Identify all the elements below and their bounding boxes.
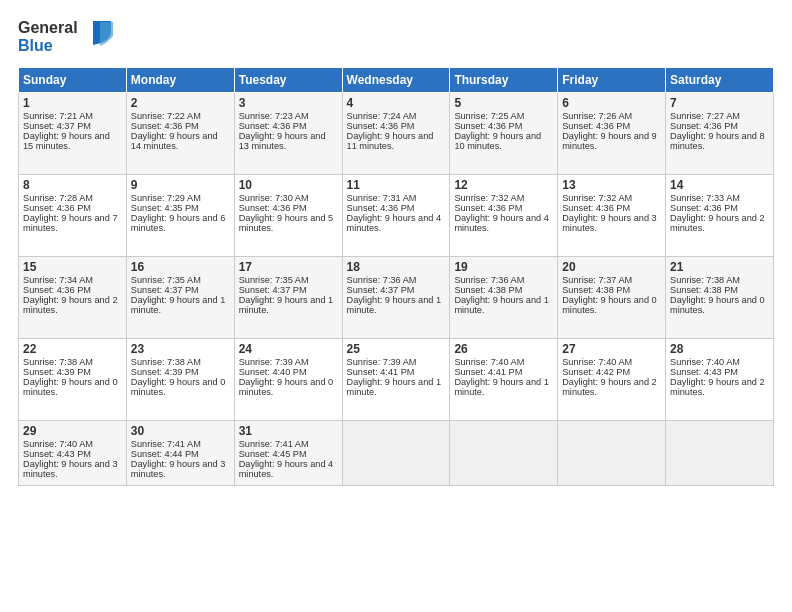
table-row bbox=[558, 421, 666, 486]
daylight-text: Daylight: 9 hours and 6 minutes. bbox=[131, 213, 226, 233]
day-number: 10 bbox=[239, 178, 338, 192]
sunrise-text: Sunrise: 7:38 AM bbox=[131, 357, 201, 367]
sunset-text: Sunset: 4:36 PM bbox=[347, 203, 415, 213]
sunrise-text: Sunrise: 7:35 AM bbox=[131, 275, 201, 285]
table-row: 30Sunrise: 7:41 AMSunset: 4:44 PMDayligh… bbox=[126, 421, 234, 486]
col-friday: Friday bbox=[558, 68, 666, 93]
sunset-text: Sunset: 4:43 PM bbox=[23, 449, 91, 459]
daylight-text: Daylight: 9 hours and 1 minute. bbox=[454, 295, 549, 315]
daylight-text: Daylight: 9 hours and 13 minutes. bbox=[239, 131, 326, 151]
sunrise-text: Sunrise: 7:39 AM bbox=[347, 357, 417, 367]
table-row: 2Sunrise: 7:22 AMSunset: 4:36 PMDaylight… bbox=[126, 93, 234, 175]
day-number: 13 bbox=[562, 178, 661, 192]
table-row: 24Sunrise: 7:39 AMSunset: 4:40 PMDayligh… bbox=[234, 339, 342, 421]
sunrise-text: Sunrise: 7:31 AM bbox=[347, 193, 417, 203]
table-row: 10Sunrise: 7:30 AMSunset: 4:36 PMDayligh… bbox=[234, 175, 342, 257]
sunrise-text: Sunrise: 7:32 AM bbox=[562, 193, 632, 203]
sunset-text: Sunset: 4:36 PM bbox=[562, 121, 630, 131]
sunset-text: Sunset: 4:41 PM bbox=[347, 367, 415, 377]
day-number: 25 bbox=[347, 342, 446, 356]
sunset-text: Sunset: 4:38 PM bbox=[670, 285, 738, 295]
daylight-text: Daylight: 9 hours and 7 minutes. bbox=[23, 213, 118, 233]
daylight-text: Daylight: 9 hours and 15 minutes. bbox=[23, 131, 110, 151]
table-row: 25Sunrise: 7:39 AMSunset: 4:41 PMDayligh… bbox=[342, 339, 450, 421]
table-row bbox=[450, 421, 558, 486]
sunrise-text: Sunrise: 7:23 AM bbox=[239, 111, 309, 121]
sunset-text: Sunset: 4:36 PM bbox=[454, 203, 522, 213]
day-number: 18 bbox=[347, 260, 446, 274]
logo-text: General Blue bbox=[18, 15, 123, 59]
table-row: 26Sunrise: 7:40 AMSunset: 4:41 PMDayligh… bbox=[450, 339, 558, 421]
day-number: 24 bbox=[239, 342, 338, 356]
day-number: 22 bbox=[23, 342, 122, 356]
sunrise-text: Sunrise: 7:26 AM bbox=[562, 111, 632, 121]
sunrise-text: Sunrise: 7:28 AM bbox=[23, 193, 93, 203]
day-number: 14 bbox=[670, 178, 769, 192]
daylight-text: Daylight: 9 hours and 2 minutes. bbox=[562, 377, 657, 397]
sunset-text: Sunset: 4:40 PM bbox=[239, 367, 307, 377]
sunrise-text: Sunrise: 7:27 AM bbox=[670, 111, 740, 121]
sunrise-text: Sunrise: 7:38 AM bbox=[23, 357, 93, 367]
table-row: 15Sunrise: 7:34 AMSunset: 4:36 PMDayligh… bbox=[19, 257, 127, 339]
sunrise-text: Sunrise: 7:40 AM bbox=[670, 357, 740, 367]
day-number: 23 bbox=[131, 342, 230, 356]
svg-text:Blue: Blue bbox=[18, 37, 53, 54]
daylight-text: Daylight: 9 hours and 4 minutes. bbox=[454, 213, 549, 233]
sunrise-text: Sunrise: 7:35 AM bbox=[239, 275, 309, 285]
daylight-text: Daylight: 9 hours and 3 minutes. bbox=[131, 459, 226, 479]
day-number: 15 bbox=[23, 260, 122, 274]
day-number: 19 bbox=[454, 260, 553, 274]
daylight-text: Daylight: 9 hours and 9 minutes. bbox=[562, 131, 657, 151]
table-row: 8Sunrise: 7:28 AMSunset: 4:36 PMDaylight… bbox=[19, 175, 127, 257]
day-number: 20 bbox=[562, 260, 661, 274]
daylight-text: Daylight: 9 hours and 0 minutes. bbox=[131, 377, 226, 397]
table-row: 1Sunrise: 7:21 AMSunset: 4:37 PMDaylight… bbox=[19, 93, 127, 175]
header: General Blue bbox=[18, 15, 774, 59]
day-number: 7 bbox=[670, 96, 769, 110]
daylight-text: Daylight: 9 hours and 8 minutes. bbox=[670, 131, 765, 151]
day-number: 17 bbox=[239, 260, 338, 274]
col-wednesday: Wednesday bbox=[342, 68, 450, 93]
sunrise-text: Sunrise: 7:34 AM bbox=[23, 275, 93, 285]
table-row: 23Sunrise: 7:38 AMSunset: 4:39 PMDayligh… bbox=[126, 339, 234, 421]
daylight-text: Daylight: 9 hours and 3 minutes. bbox=[23, 459, 118, 479]
sunrise-text: Sunrise: 7:25 AM bbox=[454, 111, 524, 121]
daylight-text: Daylight: 9 hours and 5 minutes. bbox=[239, 213, 334, 233]
sunrise-text: Sunrise: 7:39 AM bbox=[239, 357, 309, 367]
sunrise-text: Sunrise: 7:40 AM bbox=[23, 439, 93, 449]
sunrise-text: Sunrise: 7:33 AM bbox=[670, 193, 740, 203]
daylight-text: Daylight: 9 hours and 0 minutes. bbox=[23, 377, 118, 397]
sunrise-text: Sunrise: 7:41 AM bbox=[131, 439, 201, 449]
sunset-text: Sunset: 4:42 PM bbox=[562, 367, 630, 377]
sunrise-text: Sunrise: 7:41 AM bbox=[239, 439, 309, 449]
day-number: 8 bbox=[23, 178, 122, 192]
sunset-text: Sunset: 4:36 PM bbox=[131, 121, 199, 131]
table-row: 3Sunrise: 7:23 AMSunset: 4:36 PMDaylight… bbox=[234, 93, 342, 175]
day-number: 21 bbox=[670, 260, 769, 274]
col-tuesday: Tuesday bbox=[234, 68, 342, 93]
table-row: 11Sunrise: 7:31 AMSunset: 4:36 PMDayligh… bbox=[342, 175, 450, 257]
day-number: 11 bbox=[347, 178, 446, 192]
sunset-text: Sunset: 4:35 PM bbox=[131, 203, 199, 213]
table-row bbox=[342, 421, 450, 486]
day-number: 2 bbox=[131, 96, 230, 110]
sunset-text: Sunset: 4:36 PM bbox=[670, 203, 738, 213]
day-number: 30 bbox=[131, 424, 230, 438]
table-row: 17Sunrise: 7:35 AMSunset: 4:37 PMDayligh… bbox=[234, 257, 342, 339]
day-number: 9 bbox=[131, 178, 230, 192]
sunrise-text: Sunrise: 7:22 AM bbox=[131, 111, 201, 121]
calendar-header-row: Sunday Monday Tuesday Wednesday Thursday… bbox=[19, 68, 774, 93]
sunset-text: Sunset: 4:36 PM bbox=[454, 121, 522, 131]
day-number: 1 bbox=[23, 96, 122, 110]
day-number: 4 bbox=[347, 96, 446, 110]
table-row: 28Sunrise: 7:40 AMSunset: 4:43 PMDayligh… bbox=[666, 339, 774, 421]
table-row: 4Sunrise: 7:24 AMSunset: 4:36 PMDaylight… bbox=[342, 93, 450, 175]
daylight-text: Daylight: 9 hours and 1 minute. bbox=[131, 295, 226, 315]
sunrise-text: Sunrise: 7:29 AM bbox=[131, 193, 201, 203]
daylight-text: Daylight: 9 hours and 14 minutes. bbox=[131, 131, 218, 151]
sunset-text: Sunset: 4:37 PM bbox=[239, 285, 307, 295]
sunrise-text: Sunrise: 7:38 AM bbox=[670, 275, 740, 285]
sunset-text: Sunset: 4:36 PM bbox=[239, 121, 307, 131]
table-row bbox=[666, 421, 774, 486]
daylight-text: Daylight: 9 hours and 1 minute. bbox=[454, 377, 549, 397]
